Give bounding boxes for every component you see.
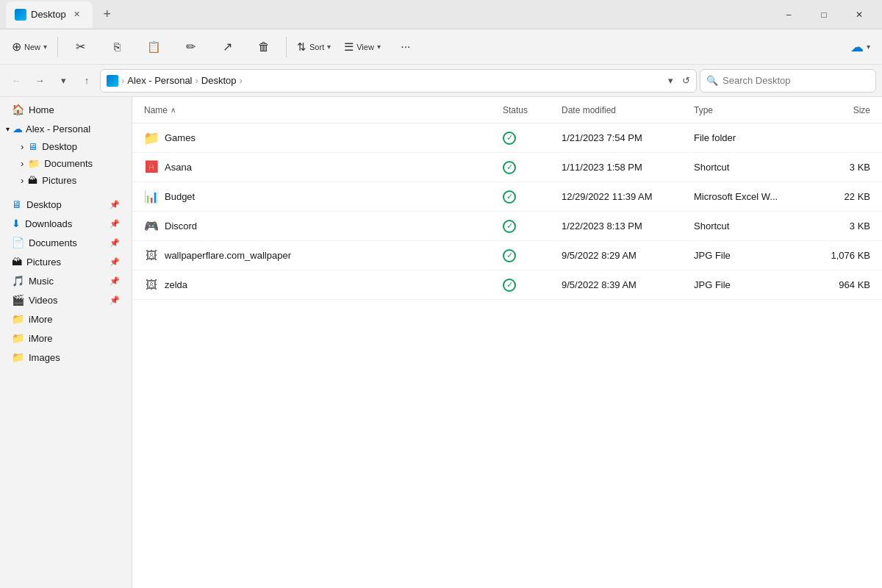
new-tab-button[interactable]: +: [96, 3, 119, 26]
path-chevron-button[interactable]: ▾: [668, 75, 673, 86]
file-icon: 📊: [144, 190, 159, 204]
sidebar: 🏠 Home ▾ ☁ Alex - Personal › 🖥 Desktop ›…: [0, 97, 132, 588]
rename-button[interactable]: ✏: [173, 32, 208, 62]
back-button[interactable]: ←: [6, 71, 26, 91]
col-name-label: Name: [144, 105, 168, 115]
sidebar-item-desktop[interactable]: › 🖥 Desktop: [9, 138, 129, 155]
view-button[interactable]: ☰ View ▾: [338, 32, 387, 62]
file-status: ✓: [503, 249, 562, 262]
path-folder[interactable]: Desktop: [201, 75, 237, 86]
qa-imore2-label: iMore: [29, 333, 120, 344]
sidebar-quickaccess-documents[interactable]: 📄 Documents 📌: [3, 233, 129, 252]
delete-button[interactable]: 🗑: [246, 32, 282, 62]
qa-desktop-pin: 📌: [110, 200, 120, 209]
minimize-button[interactable]: –: [772, 3, 806, 26]
home-label: Home: [29, 104, 120, 115]
qa-downloads-icon: ⬇: [12, 218, 21, 229]
col-size-label: Size: [853, 105, 870, 115]
maximize-button[interactable]: □: [807, 3, 841, 26]
file-name-cell: 📊 Budget: [144, 190, 503, 204]
table-row[interactable]: 🖼 wallpaperflare.com_wallpaper ✓ 9/5/202…: [132, 241, 882, 270]
close-button[interactable]: ✕: [842, 3, 876, 26]
qa-images-icon: 📁: [12, 351, 24, 363]
active-tab[interactable]: Desktop ✕: [6, 1, 93, 28]
path-sep-2: ›: [196, 75, 198, 86]
sidebar-quickaccess-imore1[interactable]: 📁 iMore: [3, 309, 129, 329]
desktop-chevron: ›: [21, 141, 24, 152]
sidebar-quickaccess-videos[interactable]: 🎬 Videos 📌: [3, 290, 129, 309]
file-name-text: zelda: [165, 279, 187, 290]
view-dropdown-arrow: ▾: [377, 43, 381, 51]
documents-label: Documents: [44, 158, 93, 169]
col-name-header[interactable]: Name ∧: [144, 105, 503, 115]
title-bar-left: Desktop ✕ +: [6, 1, 772, 28]
col-size-header[interactable]: Size: [811, 105, 870, 115]
pictures-label: Pictures: [42, 175, 76, 186]
sidebar-item-pictures[interactable]: › 🏔 Pictures: [9, 172, 129, 189]
address-path[interactable]: › Alex - Personal › Desktop › ▾ ↺: [100, 69, 697, 93]
path-refresh-button[interactable]: ↺: [682, 75, 690, 86]
jpg-icon: 🖼: [146, 249, 157, 262]
new-icon: ⊕: [12, 40, 21, 54]
file-icon: 🖼: [144, 278, 159, 293]
path-account[interactable]: Alex - Personal: [127, 75, 192, 86]
status-check-icon: ✓: [503, 132, 516, 145]
onedrive-button[interactable]: ☁ ▾: [845, 36, 876, 58]
documents-chevron: ›: [21, 158, 24, 169]
qa-images-label: Images: [29, 352, 120, 363]
tab-close-button[interactable]: ✕: [71, 8, 84, 21]
up-button[interactable]: ↑: [76, 71, 97, 91]
table-row[interactable]: 📊 Budget ✓ 12/29/2022 11:39 AM Microsoft…: [132, 182, 882, 212]
col-type-header[interactable]: Type: [694, 105, 811, 115]
recent-locations-button[interactable]: ▾: [53, 71, 74, 91]
file-icon: 🖼: [144, 248, 159, 263]
file-date: 1/11/2023 1:58 PM: [562, 162, 694, 173]
table-row[interactable]: 📁 Games ✓ 1/21/2023 7:54 PM File folder: [132, 123, 882, 153]
file-icon: 🎮: [144, 219, 159, 234]
desktop-label: Desktop: [42, 141, 77, 152]
table-row[interactable]: 🖼 zelda ✓ 9/5/2022 8:39 AM JPG File 964 …: [132, 270, 882, 300]
file-name-text: Budget: [165, 191, 195, 202]
qa-downloads-label: Downloads: [25, 218, 105, 229]
col-date-header[interactable]: Date modified: [562, 105, 694, 115]
table-row[interactable]: 🅰 Asana ✓ 1/11/2023 1:58 PM Shortcut 3 K…: [132, 153, 882, 182]
file-type: JPG File: [694, 250, 811, 261]
sort-arrow: ∧: [171, 106, 176, 114]
sidebar-item-documents[interactable]: › 📁 Documents: [9, 155, 129, 172]
forward-button[interactable]: →: [29, 71, 50, 91]
sidebar-quickaccess-images[interactable]: 📁 Images: [3, 348, 129, 367]
new-button[interactable]: ⊕ New ▾: [6, 32, 53, 62]
excel-icon: 📊: [144, 190, 159, 204]
sidebar-item-home[interactable]: 🏠 Home: [3, 100, 129, 119]
paste-icon: 📋: [147, 40, 161, 54]
new-dropdown-arrow: ▾: [43, 43, 47, 51]
file-type: Shortcut: [694, 162, 811, 173]
table-row[interactable]: 🎮 Discord ✓ 1/22/2023 8:13 PM Shortcut 3…: [132, 212, 882, 241]
sidebar-quickaccess-music[interactable]: 🎵 Music 📌: [3, 271, 129, 290]
search-input[interactable]: [723, 75, 870, 86]
view-icon: ☰: [344, 40, 354, 54]
search-box[interactable]: 🔍: [700, 69, 876, 93]
sidebar-quickaccess-imore2[interactable]: 📁 iMore: [3, 329, 129, 348]
share-button[interactable]: ↗: [209, 32, 245, 62]
sort-button[interactable]: ⇅ Sort ▾: [291, 32, 337, 62]
sidebar-group-alex[interactable]: ▾ ☁ Alex - Personal: [0, 119, 132, 138]
file-status: ✓: [503, 190, 562, 204]
cut-button[interactable]: ✂: [62, 32, 98, 62]
file-area: Name ∧ Status Date modified Type Size 📁 …: [132, 97, 882, 588]
sidebar-quickaccess-desktop[interactable]: 🖥 Desktop 📌: [3, 195, 129, 214]
sidebar-quickaccess-pictures[interactable]: 🏔 Pictures 📌: [3, 252, 129, 271]
file-size: 1,076 KB: [811, 250, 870, 261]
shortcut-purple-icon: 🎮: [144, 219, 159, 233]
address-bar: ← → ▾ ↑ › Alex - Personal › Desktop › ▾ …: [0, 65, 882, 97]
sidebar-quickaccess-downloads[interactable]: ⬇ Downloads 📌: [3, 214, 129, 233]
col-status-header[interactable]: Status: [503, 105, 562, 115]
file-type: File folder: [694, 132, 811, 143]
copy-button[interactable]: ⎘: [99, 32, 135, 62]
paste-button[interactable]: 📋: [136, 32, 171, 62]
toolbar: ⊕ New ▾ ✂ ⎘ 📋 ✏ ↗ 🗑 ⇅ Sort ▾ ☰ View ▾ ··…: [0, 29, 882, 65]
window-controls: – □ ✕: [772, 3, 876, 26]
toolbar-separator-1: [57, 37, 58, 57]
qa-music-pin: 📌: [110, 276, 120, 286]
more-button[interactable]: ···: [388, 32, 423, 62]
